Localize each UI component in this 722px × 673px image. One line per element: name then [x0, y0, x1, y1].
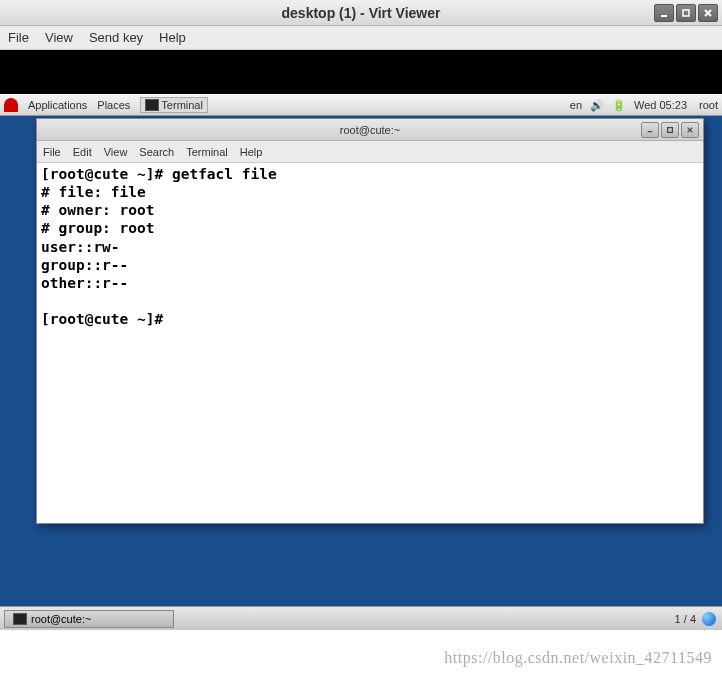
- volume-icon[interactable]: 🔊: [590, 99, 604, 112]
- black-letterbox: [0, 50, 722, 94]
- terminal-maximize-button[interactable]: [661, 122, 679, 138]
- terminal-menu-help[interactable]: Help: [240, 146, 263, 158]
- virt-viewer-menubar: File View Send key Help: [0, 26, 722, 50]
- terminal-window: root@cute:~ File Edit View Search Termin…: [36, 118, 704, 524]
- terminal-menu-terminal[interactable]: Terminal: [186, 146, 228, 158]
- guest-top-panel: Applications Places Terminal en 🔊 🔋 Wed …: [0, 94, 722, 116]
- taskbar-terminal-icon: [13, 613, 27, 625]
- virt-menu-sendkey[interactable]: Send key: [89, 30, 143, 45]
- terminal-close-button[interactable]: [681, 122, 699, 138]
- applications-menu[interactable]: Applications: [28, 99, 87, 111]
- maximize-button[interactable]: [676, 4, 696, 22]
- minimize-button[interactable]: [654, 4, 674, 22]
- guest-bottom-panel: root@cute:~ 1 / 4: [0, 606, 722, 630]
- guest-desktop[interactable]: root@cute:~ File Edit View Search Termin…: [0, 116, 722, 606]
- terminal-titlebar[interactable]: root@cute:~: [37, 119, 703, 141]
- terminal-menu-edit[interactable]: Edit: [73, 146, 92, 158]
- terminal-menu-view[interactable]: View: [104, 146, 128, 158]
- terminal-title: root@cute:~: [340, 124, 400, 136]
- virt-menu-view[interactable]: View: [45, 30, 73, 45]
- virt-viewer-title: desktop (1) - Virt Viewer: [282, 5, 441, 21]
- workspace-indicator[interactable]: 1 / 4: [675, 613, 696, 625]
- user-menu[interactable]: root: [699, 99, 718, 111]
- terminal-icon: [145, 99, 159, 111]
- terminal-content[interactable]: [root@cute ~]# getfacl file # file: file…: [37, 163, 703, 523]
- terminal-launcher[interactable]: Terminal: [140, 97, 208, 113]
- terminal-menu-search[interactable]: Search: [139, 146, 174, 158]
- terminal-menu-file[interactable]: File: [43, 146, 61, 158]
- virt-menu-help[interactable]: Help: [159, 30, 186, 45]
- virt-viewer-titlebar: desktop (1) - Virt Viewer: [0, 0, 722, 26]
- notification-icon[interactable]: [702, 612, 716, 626]
- terminal-launcher-label: Terminal: [161, 99, 203, 111]
- taskbar-item-label: root@cute:~: [31, 613, 91, 625]
- svg-rect-5: [668, 127, 673, 132]
- virt-menu-file[interactable]: File: [8, 30, 29, 45]
- terminal-menubar: File Edit View Search Terminal Help: [37, 141, 703, 163]
- watermark: https://blog.csdn.net/weixin_42711549: [444, 649, 712, 667]
- clock[interactable]: Wed 05:23: [634, 99, 687, 111]
- battery-icon[interactable]: 🔋: [612, 99, 626, 112]
- terminal-window-controls: [641, 122, 699, 138]
- svg-rect-1: [683, 10, 689, 16]
- terminal-minimize-button[interactable]: [641, 122, 659, 138]
- places-menu[interactable]: Places: [97, 99, 130, 111]
- redhat-icon: [4, 98, 18, 112]
- virt-window-controls: [654, 4, 718, 22]
- taskbar-terminal-item[interactable]: root@cute:~: [4, 610, 174, 628]
- close-button[interactable]: [698, 4, 718, 22]
- lang-indicator[interactable]: en: [570, 99, 582, 111]
